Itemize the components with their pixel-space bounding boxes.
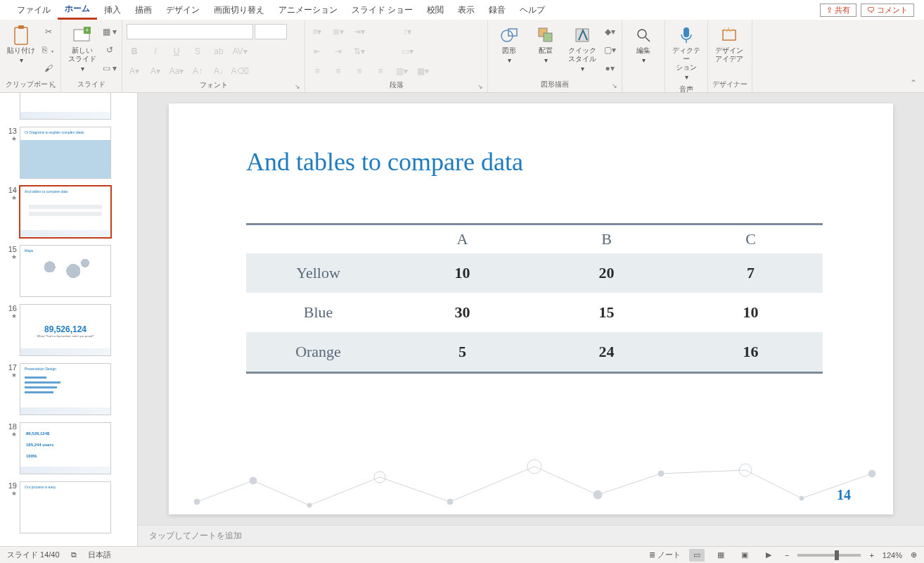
thumbnail-19[interactable]: 19★ Our process is easy <box>1 481 136 533</box>
shape-outline-button[interactable]: ▢▾ <box>602 42 617 58</box>
tab-insert[interactable]: 挿入 <box>97 1 128 19</box>
share-button[interactable]: ⇪ 共有 <box>820 4 856 17</box>
numbering-button[interactable]: ≣▾ <box>331 24 346 39</box>
reset-button[interactable]: ↺ <box>102 42 117 58</box>
zoom-level[interactable]: 124% <box>883 551 902 559</box>
dialog-launcher-icon[interactable]: ↘ <box>51 82 56 89</box>
thumbnail-panel[interactable]: 13★ Or Diagrams to explain complex ideas… <box>0 93 138 546</box>
paste-button[interactable]: 貼り付け ▾ <box>4 24 38 66</box>
slide-counter: スライド 14/40 <box>7 550 60 560</box>
thumbnail-17[interactable]: 17★ Presentation Design <box>1 363 136 415</box>
italic-button[interactable]: I <box>148 44 163 59</box>
edit-button[interactable]: 編集 ▾ <box>627 24 660 66</box>
cell: 20 <box>534 264 679 282</box>
clear-format-button[interactable]: A⌫ <box>232 63 248 79</box>
bullets-button[interactable]: ≡▾ <box>309 24 325 39</box>
normal-view-button[interactable]: ▭ <box>689 549 705 562</box>
tab-transitions[interactable]: 画面切り替え <box>207 1 271 19</box>
fit-to-window-button[interactable]: ⊕ <box>911 550 917 559</box>
tab-home[interactable]: ホーム <box>58 0 97 20</box>
quick-styles-icon <box>572 25 592 45</box>
thumbnail-16[interactable]: 16★ 89,526,124Whoa! That's a big number,… <box>1 304 136 356</box>
slide[interactable]: And tables to compare data A B C Yellow … <box>169 103 893 514</box>
increase-indent-button[interactable]: ⇥ <box>331 44 346 59</box>
thumbnail-14[interactable]: 14★ And tables to compare data <box>1 186 136 238</box>
slide-title[interactable]: And tables to compare data <box>246 147 523 177</box>
line-spacing-button[interactable]: ↕▾ <box>399 24 415 39</box>
tab-draw[interactable]: 描画 <box>128 1 159 19</box>
notes-pane[interactable]: タップしてノートを追加 <box>138 525 924 546</box>
thumbnail-12-partial[interactable] <box>1 93 136 120</box>
zoom-in-button[interactable]: + <box>869 551 873 559</box>
thumbnail-13[interactable]: 13★ Or Diagrams to explain complex ideas <box>1 127 136 179</box>
language-indicator[interactable]: 日本語 <box>88 550 111 560</box>
zoom-out-button[interactable]: − <box>785 551 789 559</box>
underline-button[interactable]: U <box>169 44 184 59</box>
arrange-icon <box>536 25 556 45</box>
svg-rect-0 <box>15 27 27 44</box>
notes-toggle[interactable]: ≣ ノート <box>649 550 681 560</box>
tab-animations[interactable]: アニメーション <box>271 1 345 19</box>
design-ideas-button[interactable]: デザイン アイデア <box>712 24 746 65</box>
text-direction-button[interactable]: ⇅▾ <box>352 44 367 59</box>
search-icon <box>634 25 653 45</box>
strike-button[interactable]: S <box>190 44 205 59</box>
font-color-button[interactable]: A▾ <box>127 63 142 79</box>
align-text-button[interactable]: ▭▾ <box>399 44 415 59</box>
bold-button[interactable]: B <box>127 44 142 59</box>
align-center-button[interactable]: ≡ <box>331 63 346 79</box>
tab-help[interactable]: ヘルプ <box>513 1 552 19</box>
smartart-button[interactable]: ▦▾ <box>415 63 430 79</box>
cut-button[interactable]: ✂ <box>41 24 56 39</box>
tab-design[interactable]: デザイン <box>159 1 207 19</box>
grow-font-button[interactable]: A↑ <box>190 63 205 79</box>
shapes-button[interactable]: 図形 ▾ <box>492 24 526 66</box>
thumbnail-15[interactable]: 15★ Maps <box>1 245 136 297</box>
svg-rect-1 <box>18 25 24 29</box>
thumbnail-18[interactable]: 18★ 89,526,124$ 185,244 users 100% <box>1 422 136 474</box>
char-spacing-button[interactable]: AV▾ <box>232 44 248 59</box>
dialog-launcher-icon[interactable]: ↘ <box>612 82 617 89</box>
font-size-select[interactable] <box>255 24 287 39</box>
slide-canvas-area[interactable]: And tables to compare data A B C Yellow … <box>138 93 924 525</box>
reading-view-button[interactable]: ▣ <box>737 549 752 562</box>
shape-fill-button[interactable]: ◆▾ <box>602 24 617 39</box>
arrange-button[interactable]: 配置 ▾ <box>529 24 563 66</box>
highlight-button[interactable]: A▾ <box>148 63 163 79</box>
tab-slideshow[interactable]: スライド ショー <box>345 1 420 19</box>
sorter-view-button[interactable]: ▦ <box>713 549 729 562</box>
tab-view[interactable]: 表示 <box>451 1 482 19</box>
shadow-button[interactable]: ab <box>211 44 226 59</box>
align-left-button[interactable]: ≡ <box>309 63 325 79</box>
font-family-select[interactable] <box>127 24 253 39</box>
comment-button[interactable]: 🗨 コメント <box>861 4 914 17</box>
quick-styles-button[interactable]: クイック スタイル ▾ <box>565 24 599 75</box>
tab-review[interactable]: 校閲 <box>420 1 451 19</box>
shrink-font-button[interactable]: A↓ <box>211 63 226 79</box>
align-right-button[interactable]: ≡ <box>352 63 367 79</box>
group-label: スライド <box>65 78 117 91</box>
layout-button[interactable]: ▦ ▾ <box>102 24 117 39</box>
slide-table[interactable]: A B C Yellow 10 20 7 Blue 30 15 10 <box>246 223 823 374</box>
format-painter-button[interactable]: 🖌 <box>41 61 56 76</box>
change-case-button[interactable]: Aa▾ <box>169 63 184 79</box>
accessibility-icon[interactable]: ⧉ <box>71 550 77 559</box>
columns-button[interactable]: ▥▾ <box>394 63 409 79</box>
new-slide-icon: + <box>72 25 92 45</box>
ribbon-collapse-button[interactable]: ⌃ <box>903 20 924 92</box>
slideshow-view-button[interactable]: ▶ <box>761 549 776 562</box>
zoom-slider[interactable] <box>797 554 861 557</box>
section-button[interactable]: ▭ ▾ <box>102 61 117 76</box>
slide-page-number: 14 <box>837 487 851 503</box>
new-slide-button[interactable]: + 新しい スライド ▾ <box>65 24 99 75</box>
justify-button[interactable]: ≡ <box>373 63 388 79</box>
decrease-indent-button[interactable]: ⇤ <box>309 44 325 59</box>
tab-recording[interactable]: 録音 <box>482 1 513 19</box>
list-level-button[interactable]: ⇥▾ <box>352 24 367 39</box>
dictation-button[interactable]: ディクテー ション ▾ <box>669 24 703 83</box>
dialog-launcher-icon[interactable]: ↘ <box>477 83 483 90</box>
shape-effects-button[interactable]: ●▾ <box>602 61 617 76</box>
copy-button[interactable]: ⎘ ▾ <box>41 42 56 58</box>
dialog-launcher-icon[interactable]: ↘ <box>295 83 300 90</box>
tab-file[interactable]: ファイル <box>10 1 58 19</box>
